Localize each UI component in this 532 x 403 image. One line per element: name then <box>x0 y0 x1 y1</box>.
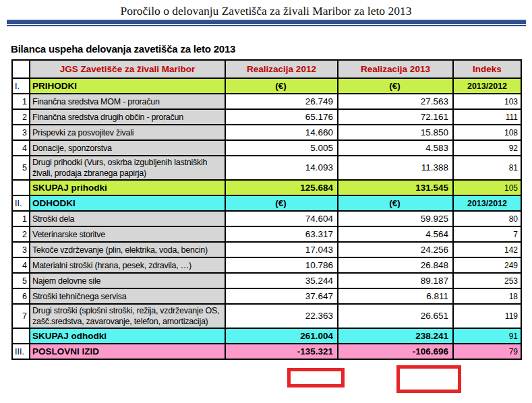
table-row: 1Finančna sredstva MOM - proračun26.7492… <box>12 94 521 109</box>
section-heading: Bilanca uspeha delovanja zavetišča za le… <box>11 43 235 55</box>
index-cell: 105 <box>453 180 521 195</box>
column-header: Indeks <box>453 60 521 78</box>
value-2012-cell: (€) <box>225 195 338 211</box>
table-row: 3Tekoče vzdrževanje (plin, elektrika, vo… <box>12 242 521 257</box>
table-row: SKUPAJ odhodki261.004238.24191 <box>12 328 521 344</box>
row-number-cell: III. <box>12 344 30 359</box>
value-2013-cell: 24.256 <box>338 242 453 257</box>
column-header: Realizacija 2012 <box>225 60 338 78</box>
balance-table: JGS Zavetišče za živali MariborRealizaci… <box>11 59 522 360</box>
row-number-cell: I. <box>12 78 30 94</box>
row-label-cell: Drugi prihodki (Vurs, oskrba izgubljenih… <box>30 156 225 180</box>
row-label-cell: SKUPAJ prihodki <box>30 180 225 195</box>
highlight-box-2013 <box>396 365 461 393</box>
row-label-cell: Prispevki za posvojitev živali <box>30 125 225 140</box>
index-cell: 18 <box>453 288 521 304</box>
index-cell: 253 <box>453 273 521 288</box>
value-2013-cell: 89.187 <box>338 273 453 288</box>
value-2012-cell: (€) <box>225 78 338 94</box>
table-row: SKUPAJ prihodki125.684131.545105 <box>12 180 521 195</box>
row-label-cell: SKUPAJ odhodki <box>30 328 225 344</box>
row-number-cell: 4 <box>12 257 30 273</box>
index-cell: 103 <box>453 94 521 109</box>
value-2012-cell: 261.004 <box>225 328 338 344</box>
value-2012-cell: 14.093 <box>225 156 338 180</box>
table-row: 4Donacije, sponzorstva5.0054.58392 <box>12 140 521 156</box>
row-number-cell: 5 <box>12 156 30 180</box>
value-2012-cell: -135.321 <box>225 344 338 359</box>
value-2013-cell: 26.651 <box>338 304 453 328</box>
table-row: III.POSLOVNI IZID-135.321-106.69679 <box>12 344 521 359</box>
value-2013-cell: 26.848 <box>338 257 453 273</box>
row-label-cell: Tekoče vzdrževanje (plin, elektrika, vod… <box>30 242 225 257</box>
table-row: 7Drugi stroški (splošni stroški, režija,… <box>12 304 521 328</box>
row-label-cell: Stroški tehničnega servisa <box>30 288 225 304</box>
table-row: 5Najem delovne sile35.24489.187253 <box>12 273 521 288</box>
table-row: 6Stroški tehničnega servisa37.6476.81118 <box>12 288 521 304</box>
value-2013-cell: 72.161 <box>338 109 453 125</box>
table-row: 5Drugi prihodki (Vurs, oskrba izgubljeni… <box>12 156 521 180</box>
value-2012-cell: 35.244 <box>225 273 338 288</box>
table-row: II.ODHODKI(€)(€)2013/2012 <box>12 195 521 211</box>
title-separator-thin <box>7 25 526 26</box>
title-separator-thick <box>7 20 526 24</box>
value-2012-cell: 5.005 <box>225 140 338 156</box>
index-cell: 142 <box>453 242 521 257</box>
row-label-cell: Stroški dela <box>30 211 225 226</box>
row-label-cell: Donacije, sponzorstva <box>30 140 225 156</box>
row-number-cell: 7 <box>12 304 30 328</box>
row-number-cell: 3 <box>12 242 30 257</box>
value-2013-cell: 59.925 <box>338 211 453 226</box>
index-cell: 111 <box>453 109 521 125</box>
row-number-cell: 6 <box>12 288 30 304</box>
row-number-cell: II. <box>12 195 30 211</box>
index-cell: 108 <box>453 125 521 140</box>
value-2013-cell: (€) <box>338 78 453 94</box>
table-row: 4Materialni stroški (hrana, pesek, zdrav… <box>12 257 521 273</box>
row-label-cell: Finančna sredstva MOM - proračun <box>30 94 225 109</box>
table-header-row: JGS Zavetišče za živali MariborRealizaci… <box>12 60 521 78</box>
table-row: 3Prispevki za posvojitev živali14.66015.… <box>12 125 521 140</box>
report-slide: Poročilo o delovanju Zavetišča za živali… <box>0 0 532 403</box>
table-row: 2Finančna sredstva drugih občin - prorač… <box>12 109 521 125</box>
index-cell: 80 <box>453 211 521 226</box>
corner-cell <box>12 60 30 78</box>
row-label-cell: Najem delovne sile <box>30 273 225 288</box>
value-2012-cell: 10.786 <box>225 257 338 273</box>
table-row: 1Stroški dela74.60459.92580 <box>12 211 521 226</box>
index-cell: 119 <box>453 304 521 328</box>
index-cell: 79 <box>453 344 521 359</box>
row-number-cell: 4 <box>12 140 30 156</box>
row-number-cell: 5 <box>12 273 30 288</box>
row-number-cell <box>12 328 30 344</box>
column-header: JGS Zavetišče za živali Maribor <box>30 60 225 78</box>
row-number-cell: 2 <box>12 109 30 125</box>
value-2013-cell: 15.850 <box>338 125 453 140</box>
value-2012-cell: 14.660 <box>225 125 338 140</box>
row-label-cell: PRIHODKI <box>30 78 225 94</box>
value-2012-cell: 125.684 <box>225 180 338 195</box>
value-2013-cell: 131.545 <box>338 180 453 195</box>
row-number-cell: 2 <box>12 226 30 242</box>
column-header: Realizacija 2013 <box>338 60 453 78</box>
row-label-cell: ODHODKI <box>30 195 225 211</box>
value-2012-cell: 26.749 <box>225 94 338 109</box>
row-label-cell: Materialni stroški (hrana, pesek, zdravi… <box>30 257 225 273</box>
value-2013-cell: 27.563 <box>338 94 453 109</box>
value-2013-cell: 11.388 <box>338 156 453 180</box>
index-cell: 81 <box>453 156 521 180</box>
index-cell: 7 <box>453 226 521 242</box>
table-row: 2Veterinarske storitve63.3174.5647 <box>12 226 521 242</box>
row-number-cell <box>12 180 30 195</box>
index-cell: 91 <box>453 328 521 344</box>
value-2012-cell: 63.317 <box>225 226 338 242</box>
row-number-cell: 1 <box>12 211 30 226</box>
value-2012-cell: 37.647 <box>225 288 338 304</box>
table-row: I.PRIHODKI(€)(€)2013/2012 <box>12 78 521 94</box>
row-number-cell: 1 <box>12 94 30 109</box>
value-2012-cell: 17.043 <box>225 242 338 257</box>
value-2013-cell: -106.696 <box>338 344 453 359</box>
value-2013-cell: 4.583 <box>338 140 453 156</box>
value-2012-cell: 74.604 <box>225 211 338 226</box>
value-2013-cell: 6.811 <box>338 288 453 304</box>
